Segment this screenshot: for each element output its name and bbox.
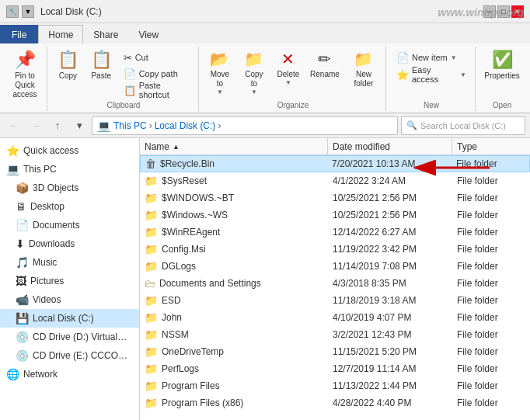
file-row[interactable]: 🗑$Recycle.Bin7/20/2021 10:13 AMFile fold… [140, 155, 530, 172]
file-cell-type: File folder [452, 227, 530, 238]
file-cell-type: File folder [452, 261, 530, 272]
cut-button[interactable]: ✂ Cut [119, 50, 195, 65]
pin-to-quick-access-button[interactable]: 📌 Pin to Quick access [6, 47, 44, 96]
close-btn[interactable]: ✕ [511, 5, 524, 18]
sidebar-label-videos: Videos [33, 294, 61, 305]
copy-button[interactable]: 📋 Copy [52, 47, 84, 96]
file-row[interactable]: 📁PerfLogs12/7/2019 11:14 AMFile folder [140, 360, 530, 377]
copy-path-button[interactable]: 📄 Copy path [119, 66, 195, 82]
ribbon-group-clipboard: 📋 Copy 📋 Paste ✂ Cut 📄 Copy path [49, 47, 199, 111]
back-button[interactable]: ← [5, 116, 23, 135]
col-type-label: Type [457, 141, 477, 152]
sidebar-item-3d-objects[interactable]: 📦3D Objects [0, 179, 139, 197]
file-cell-modified: 10/25/2021 2:56 PM [328, 193, 452, 203]
col-header-modified[interactable]: Date modified [328, 138, 452, 154]
easy-access-button[interactable]: ⭐ Easy access ▼ [391, 67, 472, 82]
file-row[interactable]: 📁OneDriveTemp11/15/2021 5:20 PMFile fold… [140, 343, 530, 360]
rename-button[interactable]: ✏ Rename [306, 47, 343, 96]
sidebar-label-downloads: Downloads [29, 238, 75, 249]
sidebar-item-local-disk-c[interactable]: 💾Local Disk (C:) [0, 309, 139, 328]
file-cell-name: 📁Config.Msi [140, 243, 328, 255]
col-header-name[interactable]: Name ▲ [140, 138, 328, 154]
open-buttons: ✅ Properties [480, 47, 524, 107]
sidebar-item-documents[interactable]: 📄Documents [0, 216, 139, 234]
ribbon-tabs: File Home Share View [0, 23, 530, 43]
sidebar-item-desktop[interactable]: 🖥Desktop [0, 197, 139, 216]
file-icon: 📁 [145, 226, 158, 238]
file-row[interactable]: 📁$WINDOWS.~BT10/25/2021 2:56 PMFile fold… [140, 189, 530, 207]
maximize-btn[interactable]: □ [497, 5, 510, 18]
search-icon: 🔍 [406, 120, 417, 130]
ribbon: 📌 Pin to Quick access 📋 Copy 📋 Paste [0, 43, 530, 113]
breadcrumb-local-disk[interactable]: Local Disk (C:) [155, 120, 216, 131]
search-box[interactable]: 🔍 Search Local Disk (C:) [401, 116, 525, 135]
search-placeholder: Search Local Disk (C:) [420, 121, 506, 130]
paste-shortcut-icon: 📋 [124, 85, 136, 96]
file-cell-modified: 11/18/2019 3:18 AM [328, 295, 452, 306]
breadcrumb-this-pc[interactable]: This PC [113, 120, 147, 131]
file-row[interactable]: 📁$WinREAgent12/14/2022 6:27 AMFile folde… [140, 224, 530, 241]
sidebar-item-downloads[interactable]: ⬇Downloads [0, 234, 139, 253]
file-cell-name: 📁$Windows.~WS [140, 209, 328, 221]
tab-home[interactable]: Home [38, 25, 83, 43]
paste-button[interactable]: 📋 Paste [85, 47, 117, 96]
file-icon: 📁 [145, 328, 158, 341]
file-cell-modified: 11/14/2019 7:08 PM [328, 261, 452, 272]
file-row[interactable]: 📁NSSM3/2/2021 12:43 PMFile folder [140, 326, 530, 343]
file-row[interactable]: 📁Config.Msi11/19/2022 3:42 PMFile folder [140, 241, 530, 258]
qat-icon-1[interactable]: 🔧 [6, 5, 19, 18]
forward-button[interactable]: → [26, 116, 45, 135]
organize-label: Organize [200, 101, 385, 109]
new-folder-label: Newfolder [354, 70, 373, 89]
file-row[interactable]: 📁$SysReset4/1/2022 3:24 AMFile folder [140, 172, 530, 189]
file-cell-type: File folder [452, 295, 530, 306]
file-icon: 📁 [145, 363, 158, 375]
sidebar-label-cd-drive-d: CD Drive (D:) VirtualBox Guest A [33, 331, 133, 342]
sidebar-icon-this-pc: 💻 [6, 163, 19, 175]
sidebar-item-videos[interactable]: 📹Videos [0, 290, 139, 309]
copy-path-icon: 📄 [124, 68, 136, 80]
sidebar-item-pictures[interactable]: 🖼Pictures [0, 272, 139, 290]
easy-access-arrow: ▼ [460, 71, 466, 78]
sidebar-item-cd-drive-e[interactable]: 💿CD Drive (E:) CCCOMA_X64FRE_ [0, 346, 139, 365]
file-row[interactable]: 📁ESD11/18/2019 3:18 AMFile folder [140, 292, 530, 309]
tab-file[interactable]: File [0, 25, 38, 43]
new-folder-button[interactable]: 📁 Newfolder [345, 47, 382, 96]
col-header-type[interactable]: Type [452, 138, 530, 154]
sidebar-item-music[interactable]: 🎵Music [0, 253, 139, 272]
copy-to-button[interactable]: 📁 Copyto ▼ [238, 47, 270, 96]
file-area: Name ▲ Date modified Type 🗑$Recycle.Bin7… [140, 138, 530, 420]
tab-view[interactable]: View [128, 25, 169, 43]
move-to-button[interactable]: 📂 Moveto ▼ [204, 47, 236, 96]
paste-shortcut-button[interactable]: 📋 Paste shortcut [119, 82, 195, 98]
sidebar-label-local-disk-c: Local Disk (C:) [33, 313, 94, 324]
file-cell-name: 📁DGLogs [140, 260, 328, 272]
file-cell-name: 📁Program Files [140, 380, 328, 392]
qat-icon-2[interactable]: ▼ [22, 5, 34, 18]
sidebar-item-network[interactable]: 🌐Network [0, 365, 139, 384]
tab-share[interactable]: Share [83, 25, 128, 43]
breadcrumb-sep: › [149, 120, 152, 131]
copy-to-arrow: ▼ [251, 89, 257, 95]
paste-shortcut-label: Paste shortcut [139, 81, 190, 99]
file-row[interactable]: 📁Program Files11/13/2022 1:44 PMFile fol… [140, 377, 530, 394]
file-row[interactable]: 📁Program Files (x86)4/28/2022 4:40 PMFil… [140, 394, 530, 411]
properties-label: Properties [484, 71, 520, 81]
properties-button[interactable]: ✅ Properties [480, 47, 524, 96]
file-cell-type: File folder [452, 175, 530, 186]
minimize-btn[interactable]: ─ [483, 5, 496, 18]
file-row[interactable]: 📁DGLogs11/14/2019 7:08 PMFile folder [140, 258, 530, 275]
sidebar-item-quick-access[interactable]: ⭐Quick access [0, 141, 139, 160]
sidebar-item-cd-drive-d[interactable]: 💿CD Drive (D:) VirtualBox Guest A [0, 328, 139, 346]
new-item-arrow: ▼ [451, 54, 457, 61]
file-row[interactable]: 📁John4/10/2019 4:07 PMFile folder [140, 309, 530, 326]
copy-btn-label: Copy [59, 71, 77, 81]
delete-button[interactable]: ✕ Delete ▼ [272, 47, 305, 96]
file-row[interactable]: 📁$Windows.~WS10/25/2021 2:56 PMFile fold… [140, 207, 530, 224]
file-cell-name: 📁PerfLogs [140, 363, 328, 375]
sidebar-icon-local-disk-c: 💾 [16, 312, 29, 325]
file-row[interactable]: 🗁Documents and Settings4/3/2018 8:35 PMF… [140, 275, 530, 292]
file-icon: 🗑 [145, 158, 156, 170]
new-item-button[interactable]: 📄 New item ▼ [391, 50, 472, 65]
sidebar-item-this-pc[interactable]: 💻This PC [0, 160, 139, 179]
